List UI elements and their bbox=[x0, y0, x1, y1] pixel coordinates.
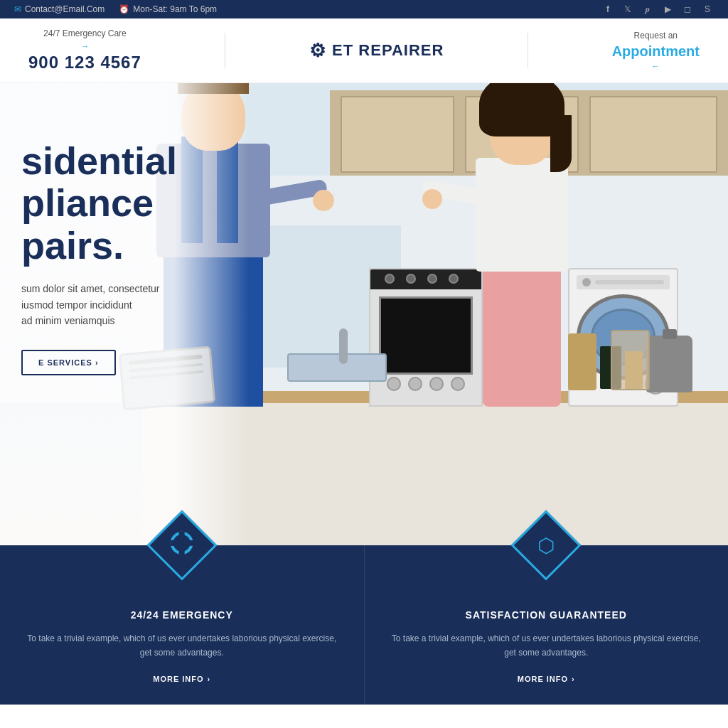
hero-content: sidential pliance pairs. sum dolor sit a… bbox=[0, 119, 263, 397]
phone-arrow: → bbox=[80, 41, 89, 51]
appointment-section: Request an Appointment ← bbox=[612, 31, 700, 71]
hours-text: Mon-Sat: 9am To 6pm bbox=[133, 4, 217, 14]
feature-satisfaction-title: SATISFACTION GUARANTEED bbox=[466, 609, 627, 621]
lifesaver-icon bbox=[171, 532, 193, 560]
feature-satisfaction-link[interactable]: MORE INFO › bbox=[518, 675, 575, 683]
header-separator-left bbox=[225, 33, 225, 68]
clock-icon: ⏰ bbox=[119, 4, 129, 14]
phone-number[interactable]: 900 123 4567 bbox=[28, 53, 141, 73]
logo-name: ET REPAIRER bbox=[332, 41, 444, 60]
feature-card-emergency: 24/24 EMERGENCY To take a trivial exampl… bbox=[0, 545, 364, 705]
hours-info: ⏰ Mon-Sat: 9am To 6pm bbox=[119, 4, 217, 14]
gear-icon: ⚙ bbox=[309, 40, 326, 62]
feature-emergency-title: 24/24 EMERGENCY bbox=[131, 609, 233, 621]
feature-emergency-desc: To take a trivial example, which of us e… bbox=[21, 631, 343, 660]
top-bar-left: ✉ Contact@Email.Com ⏰ Mon-Sat: 9am To 6p… bbox=[14, 4, 217, 14]
feature-satisfaction-desc: To take a trivial example, which of us e… bbox=[386, 631, 707, 660]
social-links: f 𝕏 𝒑 ▶ ◻ S bbox=[601, 4, 714, 14]
pinterest-icon[interactable]: 𝒑 bbox=[641, 4, 654, 14]
hero-description: sum dolor sit amet, consectetur iusmod t… bbox=[21, 281, 249, 328]
appointment-label: Request an bbox=[634, 31, 678, 41]
services-button[interactable]: E SERVICES › bbox=[21, 350, 116, 375]
emergency-label: 24/7 Emergency Care bbox=[43, 28, 127, 38]
hexagon-icon: ⬡ bbox=[537, 534, 555, 557]
skype-icon[interactable]: S bbox=[701, 4, 714, 14]
arrow-right-icon: › bbox=[208, 675, 211, 683]
top-bar: ✉ Contact@Email.Com ⏰ Mon-Sat: 9am To 6p… bbox=[0, 0, 728, 18]
chevron-right-icon: › bbox=[95, 358, 99, 367]
email-info: ✉ Contact@Email.Com bbox=[14, 4, 105, 14]
mail-icon: ✉ bbox=[14, 4, 21, 14]
appointment-arrow: ← bbox=[651, 61, 660, 71]
appointment-link[interactable]: Appointment bbox=[612, 43, 700, 60]
feature-emergency-link[interactable]: MORE INFO › bbox=[153, 675, 210, 683]
emergency-contact: 24/7 Emergency Care → 900 123 4567 bbox=[28, 28, 141, 73]
arrow-right-icon-2: › bbox=[572, 675, 575, 683]
youtube-icon[interactable]: ▶ bbox=[661, 4, 674, 14]
hero-section: sidential pliance pairs. sum dolor sit a… bbox=[0, 83, 728, 545]
instagram-icon[interactable]: ◻ bbox=[681, 4, 694, 14]
hero-title: sidential pliance pairs. bbox=[21, 140, 249, 267]
features-section: 24/24 EMERGENCY To take a trivial exampl… bbox=[0, 545, 728, 705]
site-logo[interactable]: ⚙ ET REPAIRER bbox=[309, 40, 444, 62]
email-text[interactable]: Contact@Email.Com bbox=[25, 4, 105, 14]
twitter-icon[interactable]: 𝕏 bbox=[621, 4, 634, 14]
facebook-icon[interactable]: f bbox=[601, 4, 614, 14]
feature-card-satisfaction: ⬡ SATISFACTION GUARANTEED To take a triv… bbox=[364, 545, 729, 705]
header-separator-right bbox=[528, 33, 528, 68]
site-header: 24/7 Emergency Care → 900 123 4567 ⚙ ET … bbox=[0, 18, 728, 83]
